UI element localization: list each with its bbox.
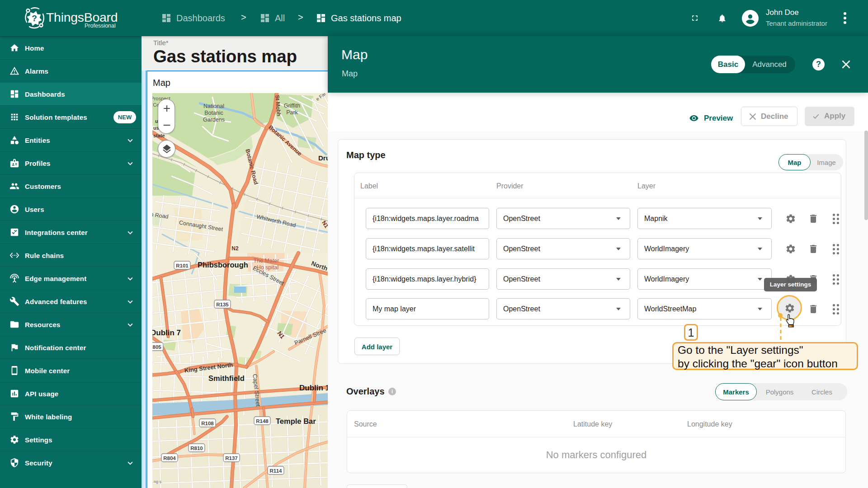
svg-text:Temple Bar: Temple Bar: [276, 417, 316, 425]
svg-text:R804: R804: [163, 455, 176, 461]
svg-text:R101: R101: [176, 263, 189, 268]
svg-text:Dublin 7: Dublin 7: [152, 328, 181, 337]
svg-text:Ho spital: Ho spital: [257, 264, 279, 271]
svg-text:R114: R114: [270, 468, 282, 474]
svg-text:Smithfield: Smithfield: [208, 374, 245, 382]
svg-text:Drumco: Drumco: [318, 154, 328, 162]
svg-text:Dublin 1: Dublin 1: [299, 384, 328, 392]
svg-text:Gardens: Gardens: [203, 117, 225, 123]
svg-text:state: state: [153, 133, 165, 138]
svg-text:R135: R135: [216, 302, 229, 307]
svg-text:Park: Park: [286, 109, 298, 116]
svg-text:N2: N2: [231, 245, 239, 252]
svg-text:?: ?: [32, 14, 37, 23]
svg-text:Botanic: Botanic: [204, 110, 223, 116]
svg-text:ng s: ng s: [154, 479, 162, 484]
svg-text:The Mater: The Mater: [254, 258, 279, 264]
svg-text:National: National: [203, 103, 224, 109]
svg-text:R805: R805: [152, 344, 161, 350]
svg-text:R148: R148: [256, 418, 269, 424]
svg-text:Griffith: Griffith: [284, 103, 301, 109]
svg-text:R108: R108: [201, 421, 214, 426]
svg-text:R810: R810: [190, 446, 203, 451]
svg-text:R137: R137: [225, 455, 238, 461]
svg-text:Phibsborough: Phibsborough: [198, 261, 248, 269]
